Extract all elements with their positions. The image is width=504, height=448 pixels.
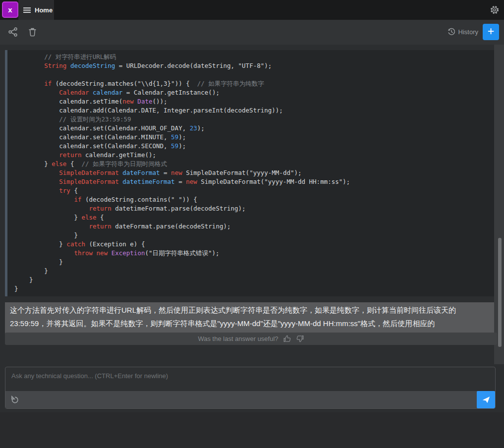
- app-logo-letter: x: [8, 5, 12, 14]
- code-lines: // 对字符串进行URL解码 String decodeString = URL…: [14, 53, 487, 293]
- code-line: Calendar calendar = Calendar.getInstance…: [14, 88, 487, 97]
- code-line: if (decodeString.matches("\\d{1,3}")) { …: [14, 79, 487, 88]
- hamburger-icon: [23, 7, 31, 13]
- history-label: History: [458, 28, 478, 36]
- code-line: }: [14, 231, 487, 240]
- share-icon[interactable]: [8, 27, 18, 37]
- code-line: SimpleDateFormat datetimeFormat = new Si…: [14, 177, 487, 186]
- code-line: } catch (Exception e) {: [14, 240, 487, 249]
- code-line: calendar.set(Calendar.HOUR_OF_DAY, 23);: [14, 124, 487, 133]
- thumbs-up-icon[interactable]: [283, 335, 291, 343]
- scrollbar-thumb[interactable]: [498, 238, 502, 347]
- code-line: // 对字符串进行URL解码: [14, 53, 487, 61]
- trash-icon[interactable]: [27, 27, 38, 37]
- code-line: // 设置时间为23:59:59: [14, 115, 487, 124]
- plus-icon: +: [488, 25, 494, 38]
- feedback-question: Was the last answer useful?: [198, 335, 278, 342]
- code-line: calendar.set(Calendar.MINUTE, 59);: [14, 133, 487, 142]
- code-line: if (decodeString.contains(" ")) {: [14, 195, 487, 204]
- code-line: throw new Exception("日期字符串格式错误");: [14, 249, 487, 258]
- code-line: return datetimeFormat.parse(decodeString…: [14, 204, 487, 213]
- question-input[interactable]: [5, 367, 495, 391]
- new-chat-button[interactable]: +: [483, 24, 499, 40]
- send-icon: [482, 395, 490, 404]
- code-line: calendar.set(Calendar.SECOND, 59);: [14, 142, 487, 151]
- code-line: } else {: [14, 213, 487, 222]
- code-line: String decodeString = URLDecoder.decode(…: [14, 61, 487, 70]
- code-line: return dateFormat.parse(decodeString);: [14, 222, 487, 231]
- code-line: [14, 70, 487, 79]
- code-line: }: [14, 284, 487, 293]
- tab-home-label: Home: [35, 6, 53, 14]
- code-line: return calendar.getTime();: [14, 151, 487, 160]
- code-block: // 对字符串进行URL解码 String decodeString = URL…: [5, 50, 494, 296]
- feedback-bar: Was the last answer useful?: [5, 333, 497, 345]
- code-line: }: [14, 258, 487, 267]
- code-line: SimpleDateFormat dateFormat = new Simple…: [14, 168, 487, 177]
- send-button[interactable]: [477, 391, 495, 408]
- tab-home[interactable]: Home: [18, 0, 54, 20]
- question-composer: [5, 367, 496, 409]
- top-bar: x Home: [0, 0, 504, 20]
- code-line: } else { // 如果字符串为日期时间格式: [14, 160, 487, 168]
- history-button[interactable]: History: [448, 28, 478, 36]
- thumbs-down-icon[interactable]: [296, 335, 304, 343]
- code-line: try {: [14, 186, 487, 195]
- answer-message: // 对字符串进行URL解码 String decodeString = URL…: [5, 44, 494, 343]
- undo-icon[interactable]: [10, 395, 19, 404]
- history-icon: [448, 28, 455, 36]
- footer: Shortcuts ? Explain Code: [0, 412, 504, 448]
- composer-toolbar: [5, 391, 495, 408]
- app-logo: x: [2, 1, 18, 18]
- chat-toolbar: History +: [0, 20, 504, 45]
- code-line: }: [14, 267, 487, 276]
- code-line: }: [14, 276, 487, 284]
- code-line: calendar.setTime(new Date());: [14, 97, 487, 106]
- app-window: x Home: [0, 0, 504, 448]
- code-line: calendar.add(Calendar.DATE, Integer.pars…: [14, 106, 487, 115]
- gear-icon[interactable]: [490, 5, 499, 14]
